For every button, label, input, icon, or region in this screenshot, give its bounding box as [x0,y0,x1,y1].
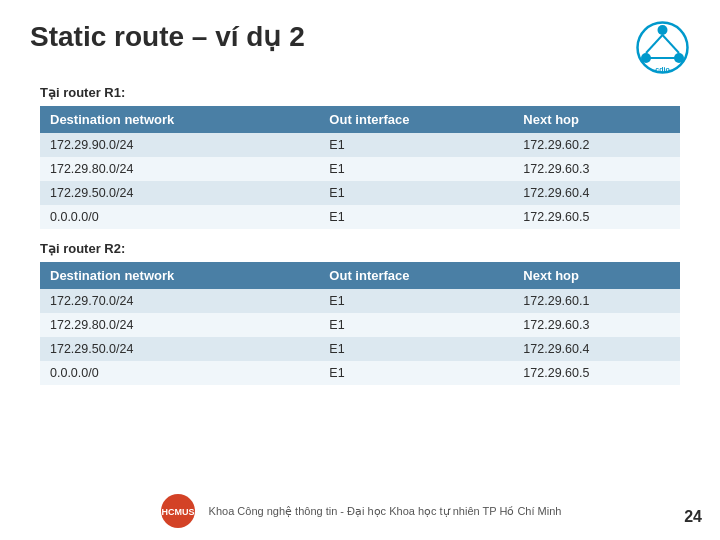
svg-text:HCMUS: HCMUS [161,507,194,517]
table-row: 172.29.80.0/24E1172.29.60.3 [40,313,680,337]
footer-logo: HCMUS [159,492,197,530]
footer-text: Khoa Công nghệ thông tin - Đại học Khoa … [209,505,562,518]
section1: Tại router R1: Destination network Out i… [30,85,690,229]
table-cell: 172.29.80.0/24 [40,157,319,181]
table-cell: E1 [319,313,513,337]
section1-table: Destination network Out interface Next h… [40,106,680,229]
section2-header-row: Destination network Out interface Next h… [40,262,680,289]
section2-label: Tại router R2: [40,241,690,256]
footer: HCMUS Khoa Công nghệ thông tin - Đại học… [0,492,720,530]
table-cell: E1 [319,181,513,205]
table-cell: 0.0.0.0/0 [40,361,319,385]
svg-line-4 [663,35,680,53]
logo-area: cdio [635,20,690,75]
svg-text:cdio: cdio [655,66,669,73]
table-cell: 172.29.50.0/24 [40,337,319,361]
section2: Tại router R2: Destination network Out i… [30,241,690,385]
table-row: 172.29.50.0/24E1172.29.60.4 [40,337,680,361]
table-cell: 172.29.90.0/24 [40,133,319,157]
table-cell: 172.29.60.2 [513,133,680,157]
table-cell: 0.0.0.0/0 [40,205,319,229]
table-cell: 172.29.80.0/24 [40,313,319,337]
table-cell: 172.29.70.0/24 [40,289,319,313]
section1-label: Tại router R1: [40,85,690,100]
table-cell: E1 [319,205,513,229]
table-cell: 172.29.60.4 [513,337,680,361]
page-number: 24 [684,508,702,526]
section1-col-dest: Destination network [40,106,319,133]
table-cell: 172.29.60.3 [513,157,680,181]
section1-col-out: Out interface [319,106,513,133]
table-cell: E1 [319,289,513,313]
table-row: 172.29.90.0/24E1172.29.60.2 [40,133,680,157]
table-row: 172.29.80.0/24E1172.29.60.3 [40,157,680,181]
table-cell: 172.29.60.5 [513,361,680,385]
table-cell: 172.29.50.0/24 [40,181,319,205]
table-cell: E1 [319,133,513,157]
section1-header-row: Destination network Out interface Next h… [40,106,680,133]
table-row: 0.0.0.0/0E1172.29.60.5 [40,205,680,229]
cdio-logo: cdio [635,20,690,75]
table-row: 172.29.50.0/24E1172.29.60.4 [40,181,680,205]
section2-col-next: Next hop [513,262,680,289]
header-area: Static route – ví dụ 2 cdio [30,20,690,75]
section2-col-dest: Destination network [40,262,319,289]
section2-table-wrapper: Destination network Out interface Next h… [40,262,680,385]
table-cell: E1 [319,337,513,361]
table-cell: E1 [319,361,513,385]
page-title: Static route – ví dụ 2 [30,20,305,53]
section2-table: Destination network Out interface Next h… [40,262,680,385]
table-row: 0.0.0.0/0E1172.29.60.5 [40,361,680,385]
svg-point-1 [658,25,668,35]
svg-line-6 [646,35,663,53]
page: Static route – ví dụ 2 cdio Tại router R… [0,0,720,540]
section1-table-wrapper: Destination network Out interface Next h… [40,106,680,229]
table-cell: E1 [319,157,513,181]
section2-col-out: Out interface [319,262,513,289]
section1-col-next: Next hop [513,106,680,133]
table-cell: 172.29.60.1 [513,289,680,313]
table-cell: 172.29.60.5 [513,205,680,229]
table-cell: 172.29.60.4 [513,181,680,205]
table-row: 172.29.70.0/24E1172.29.60.1 [40,289,680,313]
table-cell: 172.29.60.3 [513,313,680,337]
